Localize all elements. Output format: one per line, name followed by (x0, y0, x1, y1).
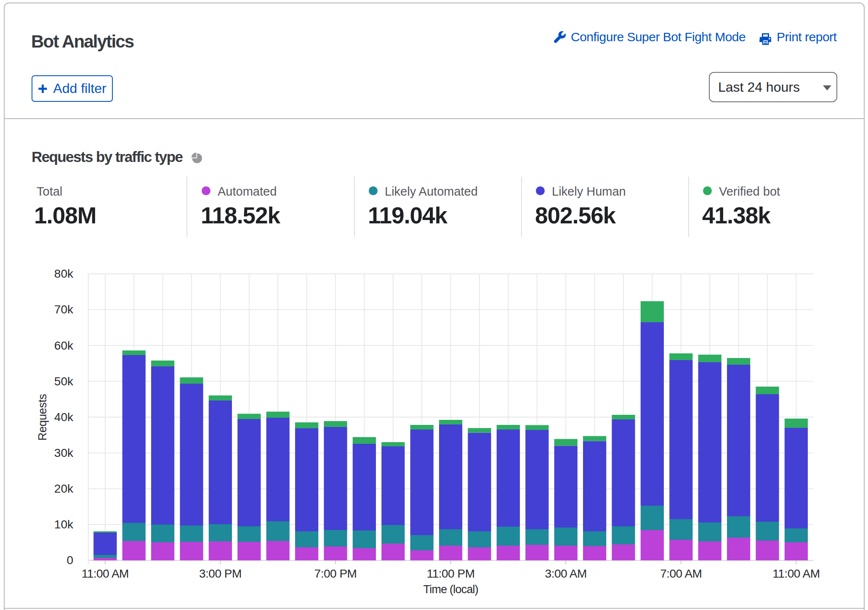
svg-text:0: 0 (67, 554, 73, 567)
svg-text:11:00 AM: 11:00 AM (82, 567, 129, 580)
svg-text:3:00 PM: 3:00 PM (199, 567, 242, 580)
svg-text:11:00 PM: 11:00 PM (427, 567, 475, 580)
svg-text:60k: 60k (54, 339, 74, 352)
svg-text:7:00 PM: 7:00 PM (314, 567, 357, 580)
svg-text:10k: 10k (54, 518, 74, 531)
svg-text:11:00 AM: 11:00 AM (772, 567, 820, 580)
svg-text:7:00 AM: 7:00 AM (660, 567, 702, 580)
svg-text:40k: 40k (54, 411, 74, 424)
svg-text:Requests: Requests (36, 394, 49, 441)
svg-text:3:00 AM: 3:00 AM (545, 567, 587, 580)
svg-text:30k: 30k (54, 446, 74, 459)
svg-text:20k: 20k (54, 482, 74, 495)
svg-text:50k: 50k (54, 375, 74, 388)
svg-text:80k: 80k (54, 267, 74, 280)
svg-text:70k: 70k (54, 303, 74, 316)
svg-text:Time (local): Time (local) (423, 583, 478, 596)
